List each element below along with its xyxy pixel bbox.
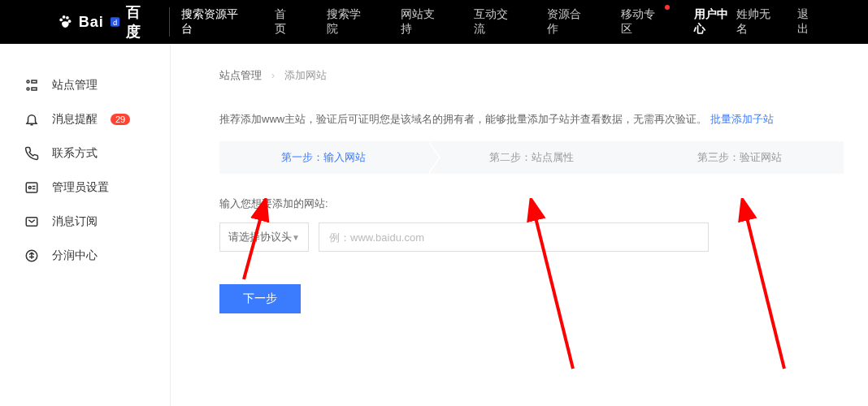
next-button[interactable]: 下一步 xyxy=(219,284,301,313)
sidebar-item-label: 消息订阅 xyxy=(52,214,98,229)
sidebar-item-contact[interactable]: 联系方式 xyxy=(0,136,170,171)
step-2[interactable]: 第二步：站点属性 xyxy=(427,141,636,174)
revenue-icon xyxy=(24,248,39,263)
tip-link[interactable]: 批量添加子站 xyxy=(710,113,774,125)
svg-point-0 xyxy=(59,19,63,22)
top-header: Bai d 百度 搜索资源平台 首页 搜索学院 网站支持 互动交流 资源合作 移… xyxy=(0,0,868,44)
sidebar-item-revenue[interactable]: 分润中心 xyxy=(0,239,170,273)
sidebar-item-label: 站点管理 xyxy=(52,78,98,93)
sidebar-item-label: 分润中心 xyxy=(52,248,98,263)
breadcrumb-current: 添加网站 xyxy=(284,69,327,81)
svg-point-6 xyxy=(27,80,29,83)
protocol-select[interactable]: 请选择协议头 ▼ xyxy=(219,222,309,252)
logo-subtitle: 搜索资源平台 xyxy=(169,7,245,37)
svg-point-11 xyxy=(28,187,31,189)
site-icon xyxy=(24,78,39,93)
svg-point-2 xyxy=(66,16,69,19)
message-icon xyxy=(24,214,39,229)
nav-user-center[interactable]: 用户中心 xyxy=(694,7,736,37)
nav-academy[interactable]: 搜索学院 xyxy=(327,7,369,37)
breadcrumb: 站点管理 › 添加网站 xyxy=(219,68,844,83)
form-row: 请选择协议头 ▼ xyxy=(219,222,844,252)
breadcrumb-parent[interactable]: 站点管理 xyxy=(219,69,262,81)
chevron-down-icon: ▼ xyxy=(292,233,300,242)
svg-rect-8 xyxy=(32,80,37,83)
svg-text:d: d xyxy=(113,19,117,27)
user-name[interactable]: 姓帅无名 xyxy=(736,7,779,37)
sidebar-item-label: 联系方式 xyxy=(52,146,98,161)
top-nav: 首页 搜索学院 网站支持 互动交流 资源合作 移动专区 用户中心 xyxy=(275,7,736,37)
nav-resource[interactable]: 资源合作 xyxy=(547,7,589,37)
logo-text-bai: Bai xyxy=(79,14,104,31)
admin-icon xyxy=(24,180,39,195)
protocol-select-value: 请选择协议头 xyxy=(228,230,292,244)
sidebar-item-admin[interactable]: 管理员设置 xyxy=(0,171,170,205)
step-1[interactable]: 第一步：输入网站 xyxy=(219,141,427,174)
bell-icon xyxy=(24,112,39,127)
svg-rect-9 xyxy=(32,88,37,90)
form-label: 输入您想要添加的网站: xyxy=(219,197,844,211)
svg-point-1 xyxy=(63,15,66,19)
sidebar-item-label: 管理员设置 xyxy=(52,180,109,195)
website-url-input[interactable] xyxy=(319,222,709,252)
left-sidebar: 站点管理 消息提醒 29 联系方式 管理员设置 消息订阅 分润中心 xyxy=(0,44,171,406)
header-user-area: 姓帅无名 退出 xyxy=(736,7,819,37)
sidebar-item-site-manage[interactable]: 站点管理 xyxy=(0,68,170,102)
main-content: 站点管理 › 添加网站 推荐添加www主站，验证后可证明您是该域名的拥有者，能够… xyxy=(171,44,868,406)
nav-home[interactable]: 首页 xyxy=(275,7,296,37)
logo-text-baidu: 百度 xyxy=(126,2,155,41)
svg-point-7 xyxy=(27,88,29,90)
breadcrumb-sep: › xyxy=(271,69,275,81)
baidu-paw-icon xyxy=(57,13,74,31)
logo[interactable]: Bai d 百度 搜索资源平台 xyxy=(57,2,245,41)
nav-mobile[interactable]: 移动专区 xyxy=(621,7,663,37)
logout-link[interactable]: 退出 xyxy=(797,7,819,37)
help-tip: 推荐添加www主站，验证后可证明您是该域名的拥有者，能够批量添加子站并查看数据，… xyxy=(219,112,844,127)
tip-text: 推荐添加www主站，验证后可证明您是该域名的拥有者，能够批量添加子站并查看数据，… xyxy=(219,113,707,125)
du-icon: d xyxy=(109,15,121,28)
notification-badge: 29 xyxy=(111,114,130,125)
nav-community[interactable]: 互动交流 xyxy=(474,7,516,37)
phone-icon xyxy=(24,146,39,161)
sidebar-item-label: 消息提醒 xyxy=(52,112,98,127)
sidebar-item-notifications[interactable]: 消息提醒 29 xyxy=(0,102,170,136)
nav-support[interactable]: 网站支持 xyxy=(401,7,443,37)
sidebar-item-subscribe[interactable]: 消息订阅 xyxy=(0,205,170,239)
step-3[interactable]: 第三步：验证网站 xyxy=(636,141,844,174)
step-bar: 第一步：输入网站 第二步：站点属性 第三步：验证网站 xyxy=(219,141,844,174)
